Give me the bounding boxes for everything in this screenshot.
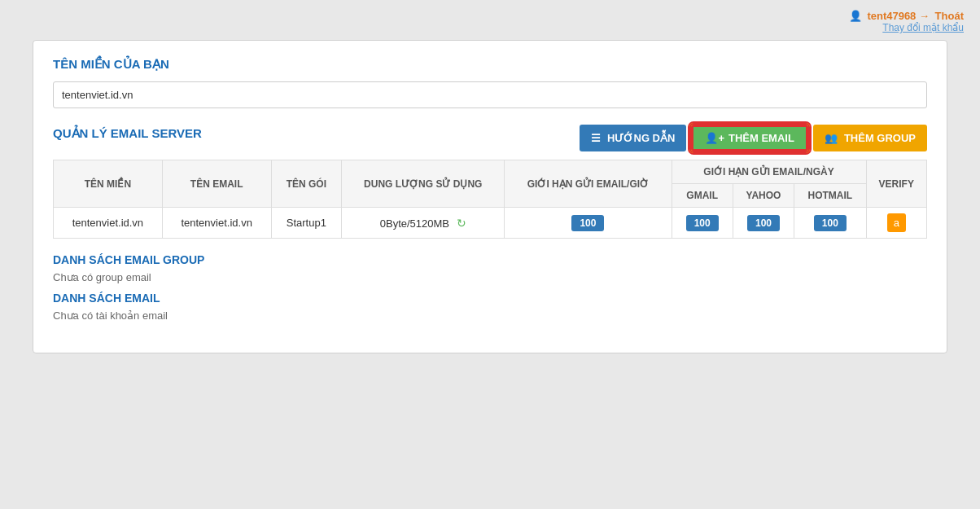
email-server-title: QUẢN LÝ EMAIL SERVER [53,126,202,141]
refresh-icon[interactable]: ↻ [457,217,466,230]
row-ten-email: tentenviet.id.vn [162,208,271,239]
action-buttons: HƯỚNG DẪN 👤+ THÊM EMAIL THÊM GROUP [580,125,927,151]
row-ten-goi: Startup1 [271,208,342,239]
row-dung-luong: 0Byte/5120MB ↻ [342,208,505,239]
verify-button[interactable]: a [887,213,906,232]
logout-link[interactable]: Thoát [935,10,964,22]
change-password-link[interactable]: Thay đổi mật khẩu [849,22,964,33]
col-gioi-han-ngay: GIỚI HẠN GỬI EMAIL/NGÀY [672,160,866,184]
main-card: TÊN MIỀN CỦA BẠN QUẢN LÝ EMAIL SERVER HƯ… [33,40,947,353]
top-bar: tent47968 Thoát Thay đổi mật khẩu [0,0,980,33]
table-row: tentenviet.id.vn tentenviet.id.vn Startu… [54,208,927,239]
col-hotmail: HOTMAIL [794,184,866,208]
user-info: tent47968 Thoát Thay đổi mật khẩu [849,10,964,33]
row-ten-mien: tentenviet.id.vn [54,208,163,239]
email-list-section: DANH SÁCH EMAIL Chưa có tài khoản email [53,292,927,322]
yahoo-badge: 100 [747,215,780,231]
username: tent47968 [867,10,916,22]
email-list-title: DANH SÁCH EMAIL [53,292,927,305]
domain-section: TÊN MIỀN CỦA BẠN [53,57,927,125]
col-gioi-han-gio: GIỚI HẠN GỬI EMAIL/GIỜ [505,160,672,208]
email-group-title: DANH SÁCH EMAIL GROUP [53,253,927,266]
domain-section-title: TÊN MIỀN CỦA BẠN [53,57,927,72]
them-group-button[interactable]: THÊM GROUP [813,125,927,151]
huongdan-button[interactable]: HƯỚNG DẪN [580,125,686,151]
domain-input[interactable] [53,81,927,108]
row-yahoo: 100 [733,208,794,239]
gioi-han-gio-badge: 100 [571,215,604,231]
row-verify: a [866,208,927,239]
col-gmail: GMAIL [672,184,733,208]
add-email-icon: 👤+ [705,132,724,144]
col-ten-email: TÊN EMAIL [162,160,271,208]
email-server-table: TÊN MIỀN TÊN EMAIL TÊN GÓI DUNG LƯỢNG SỬ… [53,160,927,239]
col-yahoo: YAHOO [733,184,794,208]
email-group-section: DANH SÁCH EMAIL GROUP Chưa có group emai… [53,253,927,283]
user-icon [849,10,864,22]
email-list-empty: Chưa có tài khoản email [53,309,927,322]
email-group-empty: Chưa có group email [53,271,927,283]
col-verify: VERIFY [866,160,927,208]
row-gioi-han-gio: 100 [505,208,672,239]
logout-arrow-icon [919,10,932,22]
row-gmail: 100 [672,208,733,239]
col-dung-luong: DUNG LƯỢNG SỬ DỤNG [342,160,505,208]
col-ten-mien: TÊN MIỀN [54,160,163,208]
hotmail-badge: 100 [814,215,847,231]
them-email-button[interactable]: 👤+ THÊM EMAIL [691,125,807,151]
email-server-header: QUẢN LÝ EMAIL SERVER HƯỚNG DẪN 👤+ THÊM E… [53,125,927,151]
col-ten-goi: TÊN GÓI [271,160,342,208]
row-hotmail: 100 [794,208,866,239]
group-icon [825,132,840,144]
book-icon [591,132,603,144]
gmail-badge: 100 [686,215,719,231]
